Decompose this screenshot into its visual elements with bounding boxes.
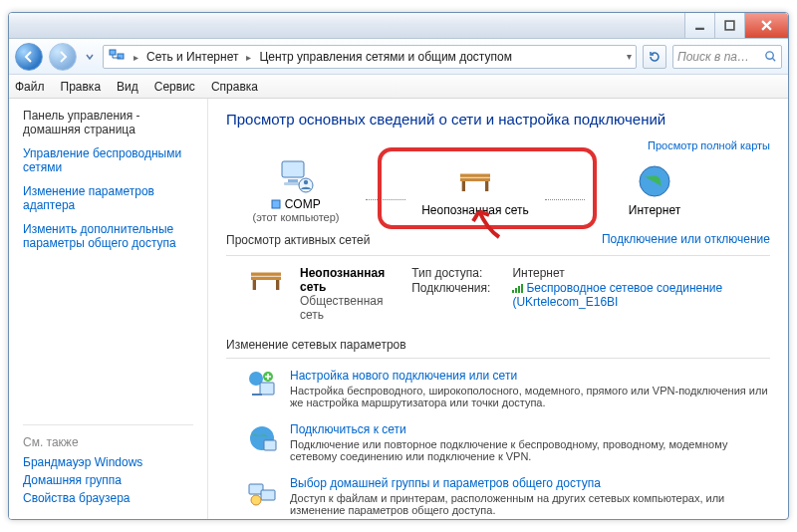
svg-rect-23	[251, 277, 281, 280]
sidebar-wireless[interactable]: Управление беспроводными сетями	[23, 146, 193, 174]
map-internet-label: Интернет	[585, 203, 724, 217]
svg-rect-22	[251, 273, 281, 276]
minimize-button[interactable]	[684, 13, 714, 38]
svg-rect-32	[261, 490, 275, 500]
menu-file[interactable]: Файл	[15, 80, 45, 94]
navbar: Сеть и Интернет Центр управления сетями …	[9, 39, 788, 75]
access-type-value: Интернет	[512, 266, 770, 280]
svg-rect-10	[282, 161, 304, 177]
map-line-right	[545, 199, 585, 200]
active-network-item: Неопознанная сеть Общественная сеть Тип …	[226, 260, 770, 328]
signal-icon	[512, 284, 523, 293]
content-area: Панель управления - домашняя страница Уп…	[9, 99, 788, 519]
task-desc: Доступ к файлам и принтерам, расположенн…	[290, 492, 770, 516]
svg-rect-17	[460, 178, 490, 181]
map-unknown-label: Неопознанная сеть	[405, 203, 545, 217]
homegroup-icon	[246, 476, 278, 508]
menu-view[interactable]: Вид	[117, 80, 138, 94]
crumb-sharing-center[interactable]: Центр управления сетями и общим доступом	[259, 50, 512, 64]
map-header: Просмотр полной карты	[226, 139, 770, 151]
map-internet[interactable]: Интернет	[585, 161, 724, 217]
network-map: COMP (этот компьютер) Неопознанная сеть …	[226, 155, 770, 223]
task-title[interactable]: Настройка нового подключения или сети	[290, 369, 770, 383]
sidebar-homegroup[interactable]: Домашняя группа	[23, 473, 193, 487]
bench-icon	[405, 161, 545, 201]
page-title: Просмотр основных сведений о сети и наст…	[226, 111, 770, 128]
svg-rect-25	[276, 280, 279, 290]
main-panel: Просмотр основных сведений о сети и наст…	[208, 99, 788, 519]
new-connection-icon	[246, 369, 278, 400]
menu-edit[interactable]: Правка	[61, 80, 102, 94]
bench-icon	[246, 266, 286, 297]
svg-rect-19	[485, 181, 488, 191]
svg-rect-18	[462, 181, 465, 191]
sidebar-see-also: См. также	[23, 435, 193, 449]
back-button[interactable]	[15, 43, 43, 71]
network-center-icon	[108, 46, 126, 67]
menu-bar: Файл Правка Вид Сервис Справка	[9, 75, 788, 99]
history-dropdown[interactable]	[83, 46, 97, 68]
full-map-link[interactable]: Просмотр полной карты	[648, 139, 770, 151]
svg-rect-4	[110, 50, 116, 55]
svg-rect-1	[725, 21, 734, 30]
globe-icon	[585, 161, 724, 201]
search-icon	[764, 50, 777, 63]
network-category[interactable]: Общественная сеть	[300, 294, 398, 322]
connections-key: Подключения:	[411, 281, 490, 309]
menu-service[interactable]: Сервис	[154, 80, 195, 94]
task-homegroup-sharing[interactable]: Выбор домашней группы и параметров общег…	[226, 470, 770, 519]
menu-help[interactable]: Справка	[211, 80, 258, 94]
task-desc: Подключение или повторное подключение к …	[290, 438, 770, 462]
titlebar	[9, 13, 788, 39]
svg-rect-30	[264, 440, 276, 450]
crumb-network[interactable]: Сеть и Интернет	[146, 50, 238, 64]
svg-point-8	[766, 52, 773, 59]
access-type-key: Тип доступа:	[411, 266, 490, 280]
task-desc: Настройка беспроводного, широкополосного…	[290, 385, 770, 408]
sidebar-sharing[interactable]: Изменить дополнительные параметры общего…	[23, 222, 193, 250]
computer-badge-icon	[271, 199, 281, 209]
search-box[interactable]: Поиск в па…	[672, 45, 782, 69]
svg-rect-11	[288, 179, 298, 182]
address-bar[interactable]: Сеть и Интернет Центр управления сетями …	[103, 45, 637, 69]
sidebar-home[interactable]: Панель управления - домашняя страница	[23, 109, 193, 136]
svg-point-33	[251, 495, 261, 505]
sidebar-adapter[interactable]: Изменение параметров адаптера	[23, 184, 193, 212]
active-networks-header: Просмотр активных сетей	[226, 233, 370, 247]
map-unknown-network[interactable]: Неопознанная сеть	[405, 161, 545, 217]
forward-button[interactable]	[49, 43, 77, 71]
refresh-button[interactable]	[643, 45, 666, 69]
task-title[interactable]: Выбор домашней группы и параметров общег…	[290, 476, 770, 490]
svg-rect-24	[253, 280, 256, 290]
maximize-button[interactable]	[714, 13, 744, 38]
connect-network-icon	[246, 422, 278, 454]
task-connect-network[interactable]: Подключиться к сети Подключение или повт…	[226, 416, 770, 470]
sidebar-firewall[interactable]: Брандмауэр Windows	[23, 455, 193, 469]
task-new-connection[interactable]: Настройка нового подключения или сети На…	[226, 363, 770, 416]
change-settings-header: Изменение сетевых параметров	[226, 338, 770, 352]
network-center-window: Сеть и Интернет Центр управления сетями …	[8, 12, 789, 520]
task-title[interactable]: Подключиться к сети	[290, 422, 770, 436]
svg-point-14	[304, 180, 308, 184]
sidebar: Панель управления - домашняя страница Уп…	[9, 99, 208, 519]
address-dropdown[interactable]: ▾	[627, 51, 632, 62]
svg-rect-27	[260, 383, 274, 395]
svg-rect-15	[272, 200, 280, 208]
map-line-left	[366, 199, 405, 200]
map-comp-sub: (этот компьютер)	[226, 211, 366, 223]
map-this-computer[interactable]: COMP (этот компьютер)	[226, 155, 366, 223]
network-name: Неопознанная сеть	[300, 266, 398, 294]
svg-rect-16	[460, 174, 490, 177]
search-placeholder: Поиск в па…	[677, 50, 749, 64]
close-button[interactable]	[744, 13, 788, 38]
computer-icon	[226, 155, 366, 195]
svg-line-9	[772, 58, 775, 61]
sidebar-browser[interactable]: Свойства браузера	[23, 491, 193, 505]
connect-disconnect-link[interactable]: Подключение или отключение	[602, 232, 770, 246]
connections-link[interactable]: Беспроводное сетевое соединение (UKrtele…	[512, 281, 770, 309]
map-comp-name: COMP	[285, 197, 321, 211]
